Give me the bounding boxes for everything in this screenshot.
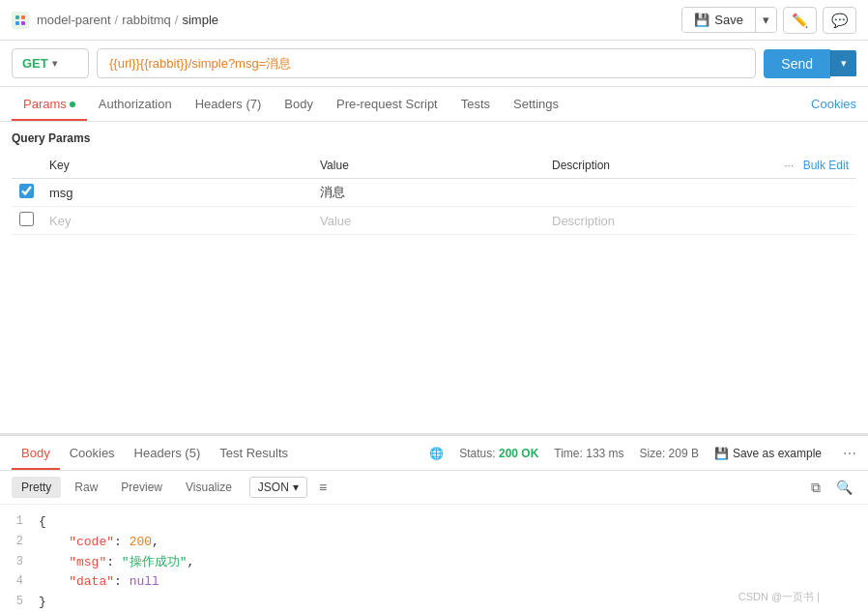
url-input[interactable] <box>97 48 756 78</box>
table-row-empty: Key Value Description <box>12 207 856 235</box>
save-label: Save <box>714 13 743 27</box>
save-dropdown-button[interactable]: ▾ <box>755 8 776 32</box>
response-more-icon[interactable]: ⋯ <box>843 446 856 461</box>
json-brace-close: } <box>39 593 46 612</box>
status-label: Status: 200 OK <box>459 447 538 460</box>
json-key-code: "code" <box>69 535 114 549</box>
breadcrumb-rabbitmq: rabbitmq <box>122 13 171 27</box>
line-num-2: 2 <box>12 533 39 553</box>
json-line-1: 1 { <box>0 512 868 533</box>
floppy-icon: 💾 <box>694 13 709 27</box>
response-tab-headers[interactable]: Headers (5) <box>125 438 211 470</box>
line-num-1: 1 <box>12 512 39 533</box>
method-select[interactable]: GET ▾ <box>12 48 89 78</box>
response-tab-test-results[interactable]: Test Results <box>210 438 298 470</box>
app-icon <box>12 12 29 29</box>
tab-headers[interactable]: Headers (7) <box>184 89 274 121</box>
cookies-link[interactable]: Cookies <box>811 97 856 111</box>
line-num-3: 3 <box>12 553 39 573</box>
response-tabs-row: Body Cookies Headers (5) Test Results 🌐 … <box>0 436 868 471</box>
svg-rect-1 <box>21 15 25 19</box>
row-checkbox[interactable] <box>19 184 34 198</box>
json-line-2: 2 "code": 200, <box>0 533 868 553</box>
svg-rect-3 <box>21 21 25 25</box>
view-tab-visualize[interactable]: Visualize <box>176 477 242 498</box>
wrap-icon[interactable]: ≡ <box>319 480 327 495</box>
params-section: Query Params Key Value Description ··· B… <box>0 122 868 245</box>
json-key-data: "data" <box>69 574 114 589</box>
more-dots-icon[interactable]: ··· <box>784 159 794 172</box>
format-label: JSON <box>258 481 289 494</box>
table-row: msg 消息 <box>12 179 856 207</box>
tab-body[interactable]: Body <box>273 89 325 121</box>
format-select[interactable]: JSON ▾ <box>249 477 307 498</box>
watermark: CSDN @一页书 | <box>738 590 820 604</box>
line-num-5: 5 <box>12 593 39 612</box>
tab-settings[interactable]: Settings <box>502 89 570 121</box>
floppy-save-icon: 💾 <box>714 447 729 460</box>
col-actions: ··· Bulk Edit <box>740 153 856 179</box>
json-val-data: null <box>130 574 159 589</box>
size-value: 209 B <box>669 447 699 460</box>
response-tab-body[interactable]: Body <box>12 438 60 470</box>
search-button[interactable]: 🔍 <box>832 478 856 498</box>
method-chevron-icon: ▾ <box>52 58 57 69</box>
top-actions: 💾 Save ▾ ✏️ 💬 <box>681 7 856 34</box>
col-desc: Description <box>544 153 740 179</box>
tab-tests[interactable]: Tests <box>449 89 502 121</box>
json-val-msg: "操作成功" <box>122 555 188 569</box>
time-value: 133 ms <box>586 447 623 460</box>
response-meta: 🌐 Status: 200 OK Time: 133 ms Size: 209 … <box>429 446 856 461</box>
placeholder-key: Key <box>42 207 312 235</box>
tab-pre-request[interactable]: Pre-request Script <box>325 89 449 121</box>
view-tabs-row: Pretty Raw Preview Visualize JSON ▾ ≡ ⧉ … <box>0 471 868 505</box>
placeholder-desc: Description <box>544 207 740 235</box>
save-example-label: Save as example <box>733 447 822 460</box>
response-tab-cookies[interactable]: Cookies <box>60 438 125 470</box>
breadcrumb-current: simple <box>182 13 218 27</box>
send-button-group: Send ▾ <box>764 49 856 78</box>
svg-rect-0 <box>15 15 19 19</box>
tab-authorization[interactable]: Authorization <box>87 89 184 121</box>
save-button-group: 💾 Save ▾ <box>681 7 777 33</box>
send-button[interactable]: Send <box>764 49 830 78</box>
params-dot <box>70 102 75 107</box>
response-area: Body Cookies Headers (5) Test Results 🌐 … <box>0 433 868 612</box>
row-key: msg <box>42 179 312 207</box>
breadcrumb: model-parent / rabbitmq / simple <box>12 12 218 29</box>
comment-button[interactable]: 💬 <box>823 7 856 34</box>
query-params-title: Query Params <box>12 131 856 145</box>
breadcrumb-sep-2: / <box>175 13 179 27</box>
view-tab-preview[interactable]: Preview <box>111 477 172 498</box>
save-example-button[interactable]: 💾 Save as example <box>714 447 822 460</box>
url-bar: GET ▾ Send ▾ <box>0 41 868 87</box>
placeholder-value: Value <box>312 207 544 235</box>
copy-button[interactable]: ⧉ <box>807 478 825 498</box>
save-button[interactable]: 💾 Save <box>682 8 755 32</box>
breadcrumb-model: model-parent <box>37 13 111 27</box>
globe-icon: 🌐 <box>429 447 444 460</box>
json-key-msg: "msg" <box>69 555 106 569</box>
bulk-edit-button[interactable]: Bulk Edit <box>803 159 849 172</box>
top-bar: model-parent / rabbitmq / simple 💾 Save … <box>0 0 868 41</box>
row-value: 消息 <box>312 179 544 207</box>
size-label: Size: 209 B <box>640 447 699 460</box>
view-tab-pretty[interactable]: Pretty <box>12 477 61 498</box>
json-line-3: 3 "msg": "操作成功", <box>0 553 868 573</box>
request-tabs: Params Authorization Headers (7) Body Pr… <box>0 87 868 122</box>
status-value: 200 OK <box>499 447 538 460</box>
json-val-code: 200 <box>130 535 152 549</box>
send-dropdown-button[interactable]: ▾ <box>830 50 856 76</box>
view-actions: ⧉ 🔍 <box>807 478 856 498</box>
line-num-4: 4 <box>12 572 39 593</box>
method-label: GET <box>22 56 48 71</box>
format-chevron-icon: ▾ <box>293 481 299 494</box>
view-tab-raw[interactable]: Raw <box>65 477 107 498</box>
empty-row-checkbox[interactable] <box>19 212 34 226</box>
svg-rect-2 <box>15 21 19 25</box>
col-value: Value <box>312 153 544 179</box>
edit-button[interactable]: ✏️ <box>783 7 817 34</box>
col-key: Key <box>42 153 312 179</box>
params-table: Key Value Description ··· Bulk Edit msg … <box>12 153 856 235</box>
tab-params[interactable]: Params <box>12 89 87 121</box>
